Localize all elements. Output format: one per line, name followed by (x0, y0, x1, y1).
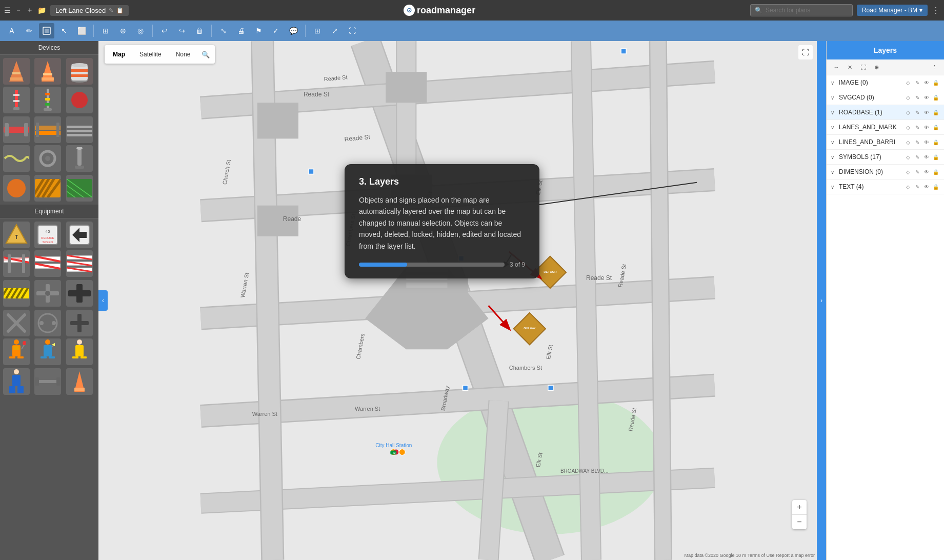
layer-visibility-svgcad[interactable]: ◇ (904, 93, 912, 102)
layer-chevron-image[interactable]: ∨ (831, 80, 837, 86)
equip-wrench-cross[interactable] (3, 310, 30, 336)
folder-doc-icon[interactable]: 📋 (116, 7, 124, 14)
layer-chevron-lanes[interactable]: ∨ (831, 125, 837, 130)
equip-worker-blue[interactable] (3, 368, 30, 395)
fullscreen-btn[interactable]: ⛶ (345, 23, 360, 38)
flag-btn[interactable]: ⚑ (251, 23, 266, 38)
equip-worker-vest[interactable] (66, 338, 93, 365)
layer-visibility-image[interactable]: ◇ (904, 78, 912, 87)
layers-panel-toggle[interactable]: › (817, 41, 826, 560)
layer-eye-roadbase[interactable]: 👁 (922, 108, 931, 116)
layer-visibility-lines[interactable]: ◇ (904, 138, 912, 146)
sidebar-collapse-btn[interactable]: ‹ (98, 290, 108, 311)
zoom-in-button[interactable]: + (792, 500, 807, 514)
minus-icon[interactable]: － (15, 6, 22, 15)
layer-lock-svgcad[interactable]: 🔒 (932, 93, 940, 102)
zoom-out-button[interactable]: − (792, 515, 807, 529)
layer-eye-dimension[interactable]: 👁 (922, 168, 931, 176)
layer-chevron-text[interactable]: ∨ (831, 184, 837, 190)
select-tool-btn[interactable] (39, 23, 54, 38)
device-barrier3[interactable] (66, 116, 93, 143)
device-bollard[interactable] (66, 145, 93, 172)
layer-edit-symbols[interactable]: ✎ (913, 153, 921, 161)
grid-btn[interactable]: ⊞ (310, 23, 325, 38)
device-roller[interactable] (34, 145, 61, 172)
equip-barricade-a[interactable] (3, 250, 30, 277)
layer-visibility-roadbase[interactable]: ◇ (904, 108, 912, 116)
equip-plus[interactable] (66, 310, 93, 336)
equip-worker-flag[interactable] (34, 338, 61, 365)
delete-btn[interactable]: 🗑 (192, 23, 207, 38)
check-btn[interactable]: ✓ (268, 23, 284, 38)
layer-edit-svgcad[interactable]: ✎ (913, 93, 921, 102)
layers-close-btn[interactable]: ✕ (844, 62, 855, 73)
layer-edit-dimension[interactable]: ✎ (913, 168, 921, 176)
eye-tool-btn[interactable]: ◎ (133, 23, 148, 38)
equip-barricade-c[interactable] (66, 250, 93, 277)
layer-eye-text[interactable]: 👁 (922, 183, 931, 191)
device-barrier2[interactable] (34, 116, 61, 143)
layer-edit-lanes[interactable]: ✎ (913, 123, 921, 131)
search-plans-box[interactable]: 🔍 (750, 4, 853, 16)
layers-menu-btn[interactable]: ⋮ (929, 62, 940, 73)
layer-eye-svgcad[interactable]: 👁 (922, 93, 931, 102)
search-plans-input[interactable] (766, 7, 837, 14)
layer-lock-lines[interactable]: 🔒 (932, 138, 940, 146)
layer-eye-symbols[interactable]: 👁 (922, 153, 931, 161)
device-item-circle-red[interactable] (66, 87, 93, 113)
layer-chevron-symbols[interactable]: ∨ (831, 154, 837, 160)
layer-chevron-roadbase[interactable]: ∨ (831, 110, 837, 115)
snap-tool-btn[interactable]: ⊕ (115, 23, 131, 38)
split-tool-btn[interactable]: ⊞ (98, 23, 113, 38)
folder-icon[interactable]: 📁 (37, 6, 46, 14)
plus-icon[interactable]: ＋ (26, 6, 33, 15)
equip-t-cross[interactable] (66, 280, 93, 307)
map-search-button[interactable]: 🔍 (198, 47, 213, 62)
equip-yellow-tape[interactable] (3, 280, 30, 307)
map-tab-none[interactable]: None (170, 47, 197, 62)
bubble-btn[interactable]: 💬 (286, 23, 301, 38)
map-expand-button[interactable]: ⛶ (798, 45, 813, 59)
equip-barbell[interactable] (34, 368, 61, 395)
map-tab-satellite[interactable]: Satellite (133, 47, 168, 62)
pointer-tool-btn[interactable]: ↖ (56, 23, 72, 38)
marquee-tool-btn[interactable]: ⬜ (74, 23, 89, 38)
text-tool-btn[interactable]: A (4, 23, 19, 38)
layer-visibility-symbols[interactable]: ◇ (904, 153, 912, 161)
layer-edit-roadbase[interactable]: ✎ (913, 108, 921, 116)
device-barrier1[interactable] (3, 116, 30, 143)
layer-lock-symbols[interactable]: 🔒 (932, 153, 940, 161)
layer-chevron-dimension[interactable]: ∨ (831, 169, 837, 175)
layer-visibility-lanes[interactable]: ◇ (904, 123, 912, 131)
resize-btn[interactable]: ⤡ (216, 23, 231, 38)
device-chain[interactable] (3, 145, 30, 172)
redo-btn[interactable]: ↪ (174, 23, 190, 38)
layer-lock-roadbase[interactable]: 🔒 (932, 108, 940, 116)
map-background[interactable]: Reade St Reade St Reade Reade St Reade S… (98, 41, 817, 560)
layers-expand-btn[interactable]: ⛶ (857, 62, 869, 73)
layer-eye-lanes[interactable]: 👁 (922, 123, 931, 131)
layer-lock-lanes[interactable]: 🔒 (932, 123, 940, 131)
equip-worker-stop[interactable] (3, 338, 30, 365)
layers-add-btn[interactable]: ⊕ (871, 62, 882, 73)
layer-visibility-text[interactable]: ◇ (904, 183, 912, 191)
layer-edit-text[interactable]: ✎ (913, 183, 921, 191)
device-diagonal-stripes[interactable] (34, 175, 61, 202)
more-options-icon[interactable]: ⋮ (932, 6, 940, 15)
road-manager-button[interactable]: Road Manager - BM ▾ (857, 5, 928, 16)
equip-barricade-b[interactable] (34, 250, 61, 277)
layer-chevron-lines[interactable]: ∨ (831, 139, 837, 145)
device-item-barrel[interactable] (66, 58, 93, 85)
equip-crossbars[interactable] (34, 280, 61, 307)
equip-sign-warning[interactable]: T (3, 222, 30, 248)
arrows-btn[interactable]: ⤢ (327, 23, 343, 38)
device-circle-orange[interactable] (3, 175, 30, 202)
layer-edit-image[interactable]: ✎ (913, 78, 921, 87)
device-item-cone2[interactable] (34, 58, 61, 85)
device-item-cone[interactable] (3, 58, 30, 85)
device-item-delineator[interactable] (3, 87, 30, 113)
layer-edit-lines[interactable]: ✎ (913, 138, 921, 146)
layer-lock-text[interactable]: 🔒 (932, 183, 940, 191)
edit-title-icon[interactable]: ✎ (109, 7, 113, 14)
layer-chevron-svgcad[interactable]: ∨ (831, 95, 837, 101)
